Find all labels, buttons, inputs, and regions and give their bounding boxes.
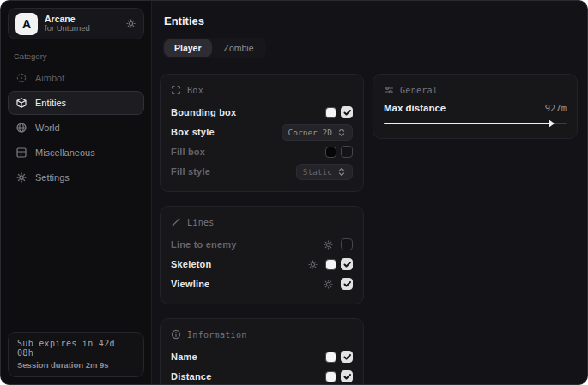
sidebar-item-label: Aimbot bbox=[35, 73, 64, 83]
tab-player[interactable]: Player bbox=[164, 39, 212, 57]
box-card: Box Bounding box Box style bbox=[160, 74, 364, 192]
row-label: Box style bbox=[171, 127, 282, 137]
row-viewline: Viewline bbox=[171, 274, 353, 293]
sidebar: A Arcane for Unturned Category Aimbot bbox=[1, 1, 152, 384]
bounding-box-checkbox[interactable] bbox=[341, 106, 353, 118]
sidebar-item-label: Entities bbox=[35, 98, 66, 108]
lines-card: Lines Line to enemy bbox=[160, 206, 364, 304]
row-label: Line to enemy bbox=[171, 239, 323, 250]
name-checkbox[interactable] bbox=[341, 351, 353, 363]
crosshair-icon bbox=[15, 72, 27, 84]
color-swatch[interactable] bbox=[325, 371, 336, 382]
entities-cube-icon bbox=[15, 97, 27, 109]
card-title: Lines bbox=[187, 218, 215, 227]
subscription-status-card: Sub expires in 42d 08h Session duration … bbox=[8, 332, 144, 377]
row-label: Skeleton bbox=[171, 259, 307, 269]
chevrons-up-down-icon bbox=[337, 167, 346, 177]
scan-box-icon bbox=[171, 85, 181, 95]
information-card: Information Name Distance bbox=[160, 318, 364, 385]
sidebar-item-miscellaneous[interactable]: Miscellaneous bbox=[8, 141, 144, 165]
viewline-settings-gear-icon[interactable] bbox=[323, 279, 334, 290]
box-style-select[interactable]: Corner 2D bbox=[282, 124, 353, 141]
sidebar-item-aimbot[interactable]: Aimbot bbox=[8, 66, 144, 90]
fill-style-select[interactable]: Static bbox=[296, 164, 353, 180]
row-label: Name bbox=[171, 352, 325, 362]
row-label: Viewline bbox=[171, 279, 323, 289]
row-name: Name bbox=[171, 347, 353, 366]
main-content: Entities Player Zombie Box bbox=[152, 1, 588, 384]
row-skeleton: Skeleton bbox=[171, 255, 353, 274]
max-distance-slider[interactable] bbox=[384, 119, 567, 128]
row-distance: Distance bbox=[171, 367, 353, 385]
row-fill-box: Fill box bbox=[171, 142, 353, 161]
globe-icon bbox=[15, 122, 27, 134]
slider-thumb[interactable] bbox=[549, 119, 555, 128]
info-icon bbox=[171, 329, 181, 340]
entity-tabs: Player Zombie bbox=[162, 38, 266, 58]
tab-zombie[interactable]: Zombie bbox=[214, 39, 264, 57]
card-title: General bbox=[400, 86, 438, 95]
color-swatch[interactable] bbox=[325, 147, 336, 158]
grid-icon bbox=[15, 147, 27, 159]
max-distance-value: 927m bbox=[545, 103, 567, 113]
color-swatch[interactable] bbox=[325, 107, 336, 118]
check-icon bbox=[342, 352, 352, 361]
card-title: Box bbox=[187, 86, 203, 95]
color-swatch[interactable] bbox=[325, 259, 336, 270]
page-title: Entities bbox=[164, 15, 578, 27]
brand-card: A Arcane for Unturned bbox=[8, 8, 144, 39]
chevrons-up-down-icon bbox=[337, 128, 346, 137]
row-box-style: Box style Corner 2D bbox=[171, 123, 353, 141]
row-label: Distance bbox=[171, 371, 325, 382]
sidebar-item-label: Miscellaneous bbox=[35, 147, 95, 158]
brand-gear-icon[interactable] bbox=[125, 18, 136, 29]
row-fill-style: Fill style Static bbox=[171, 162, 353, 181]
check-icon bbox=[342, 260, 352, 268]
select-value: Static bbox=[303, 167, 332, 177]
skeleton-checkbox[interactable] bbox=[341, 258, 353, 270]
line-settings-gear-icon[interactable] bbox=[323, 239, 334, 250]
max-distance-label: Max distance bbox=[384, 103, 545, 113]
check-icon bbox=[342, 372, 352, 381]
fill-box-checkbox[interactable] bbox=[341, 146, 353, 158]
line-to-enemy-checkbox[interactable] bbox=[341, 238, 353, 250]
gear-icon bbox=[15, 171, 27, 183]
app-window: A Arcane for Unturned Category Aimbot bbox=[0, 0, 588, 385]
row-max-distance: Max distance 927m bbox=[384, 103, 567, 113]
skeleton-settings-gear-icon[interactable] bbox=[307, 259, 318, 270]
session-duration-text: Session duration 2m 9s bbox=[17, 360, 135, 370]
check-icon bbox=[342, 280, 352, 288]
row-label: Fill box bbox=[171, 147, 325, 157]
sidebar-item-label: Settings bbox=[35, 172, 70, 183]
general-card: General Max distance 927m bbox=[373, 74, 578, 139]
row-line-to-enemy: Line to enemy bbox=[171, 235, 353, 254]
select-value: Corner 2D bbox=[288, 128, 332, 137]
color-swatch[interactable] bbox=[325, 352, 336, 363]
sub-expiry-text: Sub expires in 42d 08h bbox=[17, 339, 135, 358]
sidebar-item-label: World bbox=[35, 123, 60, 133]
sidebar-nav: Aimbot Entities World bbox=[8, 66, 144, 189]
row-bounding-box: Bounding box bbox=[171, 103, 353, 122]
viewline-checkbox[interactable] bbox=[341, 278, 353, 290]
sliders-icon bbox=[384, 85, 394, 95]
row-label: Fill style bbox=[171, 166, 296, 177]
card-title: Information bbox=[187, 330, 247, 340]
sidebar-item-settings[interactable]: Settings bbox=[8, 165, 144, 189]
slider-fill bbox=[384, 123, 552, 124]
category-label: Category bbox=[14, 51, 144, 61]
app-subtitle: for Unturned bbox=[45, 24, 118, 33]
row-label: Bounding box bbox=[171, 107, 325, 117]
app-logo: A bbox=[15, 13, 38, 35]
brand-text: Arcane for Unturned bbox=[45, 14, 118, 33]
sidebar-item-world[interactable]: World bbox=[8, 116, 144, 140]
check-icon bbox=[342, 108, 352, 117]
diagonal-line-icon bbox=[171, 217, 181, 227]
distance-checkbox[interactable] bbox=[341, 370, 353, 382]
sidebar-item-entities[interactable]: Entities bbox=[8, 91, 144, 115]
